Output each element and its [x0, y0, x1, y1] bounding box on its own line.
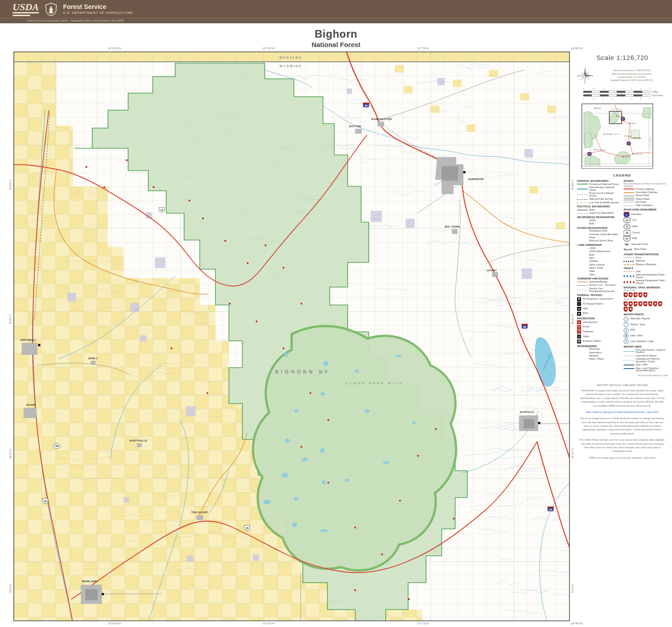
- agency-name: Forest Service: [63, 4, 133, 10]
- graticule-label: 44°0'0"N: [571, 584, 574, 593]
- map-label: STORY: [487, 269, 497, 272]
- main-map[interactable]: 909025141620789 MONTANAWYOMINGBIGHORN NF…: [13, 52, 570, 621]
- scalebar-tick: 1: [612, 87, 613, 90]
- trail-marker-icon: [638, 292, 642, 297]
- graticule-label: 107°30'0"W: [263, 47, 274, 50]
- legend-swatch: [624, 360, 634, 361]
- legend-item-label: Trailhead: [583, 331, 593, 333]
- inset-city-label: Billings: [596, 107, 602, 109]
- legend-item: Designated Area: [577, 230, 621, 232]
- legend-item-label: County: [632, 232, 640, 234]
- svg-text:789: 789: [55, 445, 59, 447]
- graticule-label: 107°7'30"W: [417, 47, 429, 50]
- legend-item-label: Other Road: [633, 248, 646, 251]
- usda-swoosh: [13, 15, 30, 16]
- scalebar-tick: 5: [650, 98, 650, 100]
- graticule-label: 44°15'0"N: [9, 449, 12, 459]
- usda-wordmark: USDA: [13, 2, 39, 13]
- recreation-site-icon: [354, 589, 356, 591]
- map-title: Bighorn: [0, 28, 672, 40]
- legend-item-label: Ferry: [636, 257, 642, 259]
- graticule-label: 107°52'30"W: [108, 47, 121, 50]
- legend-item-label: FS Regional or Supervisor's: [583, 298, 613, 301]
- legend-item-label: Section Line - Surveyed: [589, 284, 615, 287]
- legend-item: Proclaimed National Forest: [577, 183, 621, 186]
- legend-item: Section Line - Surveyed: [577, 284, 621, 287]
- legend-section-heading: TRAILS: [624, 267, 668, 270]
- legend-swatch: [624, 351, 634, 352]
- legend-item-label: USFS: [589, 219, 596, 222]
- legend-item: Township/Range: [577, 281, 621, 283]
- legend-item-label: Entrance Station: [583, 340, 601, 343]
- inset-city-dot: [594, 107, 595, 108]
- recreation-site-icon: [229, 303, 231, 305]
- legend-item-label: Lock Chamber / Gate: [630, 340, 654, 343]
- inset-city-dot: [594, 149, 595, 150]
- svg-text:80: 80: [589, 153, 590, 155]
- legend-item: Gravel Road: [624, 198, 668, 201]
- legend-item: Ferry: [624, 257, 668, 259]
- legend-section-heading: POLITICAL BOUNDARIES: [577, 205, 621, 208]
- legend-swatch: [577, 210, 588, 210]
- legend-section-heading: ROADS: [624, 180, 668, 182]
- header-credit-line: Field Services & Innovation Center - Geo…: [27, 19, 124, 22]
- legend-swatch: [624, 196, 634, 196]
- inset-city-dot: [603, 133, 604, 134]
- svg-text:90: 90: [622, 118, 624, 120]
- legend-item-label: Cabin: [583, 335, 589, 338]
- legend-item: Two ##Other Road: [624, 247, 668, 252]
- legend-item: Dirt Road: [624, 201, 668, 204]
- legend-swatch: [624, 275, 634, 277]
- mvum-link[interactable]: https://www.fs.usda.gov/recreation/progr…: [579, 410, 666, 414]
- legend-swatch: [624, 264, 634, 265]
- legend-item: Intermittent Stream: [624, 355, 668, 357]
- legend-item: Perennial Stream, Canal or Pipeline: [624, 349, 668, 354]
- meadowlark-lake: [263, 500, 271, 504]
- datum-block: N E S W North American Datum of 1983 (NA…: [577, 68, 668, 84]
- legend-item-label: Native Tribal: [589, 267, 603, 270]
- mvum-paragraph: This is not a legal document. Public lan…: [579, 417, 666, 435]
- interstate-shield: 25: [547, 507, 554, 511]
- legend-item-label: American Indian Boundary: [589, 233, 618, 236]
- recreation-site-icon: [381, 554, 383, 555]
- legend-item: Perennial: [577, 348, 621, 351]
- legend-swatch: [577, 184, 588, 185]
- legend-swatch: ≈: [624, 317, 629, 322]
- graticule-label: 44°30'0"N: [9, 314, 12, 324]
- us-route-shield: 16: [244, 525, 250, 530]
- legend-item-label: National Park Service: [589, 198, 613, 201]
- legend-swatch: °: [624, 322, 629, 327]
- inset-city-dot: [629, 123, 630, 124]
- state-route-shield: 789: [53, 444, 60, 449]
- graticule-label: 44°30'0"N: [571, 314, 574, 324]
- scalebar-tick: 4: [640, 98, 641, 100]
- legend-item: °Spring / Seep: [624, 322, 668, 327]
- legend-item: Wetland: [577, 355, 621, 357]
- legend-item: Primary Highway: [624, 188, 668, 191]
- legend-item: ★Entrance Station: [577, 339, 621, 344]
- legend-item: U.S. Fish & Wildlife Service: [577, 202, 621, 204]
- recreation-site-icon: [189, 200, 190, 202]
- legend-item: Wash / Playa: [577, 358, 621, 361]
- legend-section-heading: WATERBODIES: [577, 345, 621, 348]
- map-label: BIGHORN NF: [276, 369, 331, 374]
- legend-swatch: [577, 199, 588, 200]
- legend-swatch: [577, 202, 588, 203]
- recreation-site-icon: [417, 455, 419, 457]
- legend-item: National Park Service: [577, 198, 621, 201]
- legend-item-label: National Designated Trails - Scenic: [636, 274, 668, 279]
- trail-marker-row: [624, 292, 668, 297]
- inset-city-label: Sheridan: [618, 116, 624, 117]
- inset-city-label: Cheyenne: [635, 153, 642, 155]
- legend-item: TTrailhead: [577, 330, 621, 334]
- graticule-label: 44°45'0"N: [571, 180, 574, 190]
- inset-city-label: Rock Springs: [596, 149, 606, 151]
- scale-bars: 10.5012345 5 Miles 5 Kilometers 1.501234…: [583, 87, 667, 100]
- scalebar-tick: .5: [593, 98, 594, 100]
- legend-item-label: Dirt Road: [636, 201, 646, 204]
- recreation-site-icon: [327, 482, 329, 484]
- map-label: WORLAND: [82, 580, 97, 583]
- map-label: WYOMING: [280, 64, 302, 68]
- compass-rose-icon: N E S W: [577, 68, 593, 84]
- legend-section-note: Road classifications are effective as de…: [624, 183, 668, 187]
